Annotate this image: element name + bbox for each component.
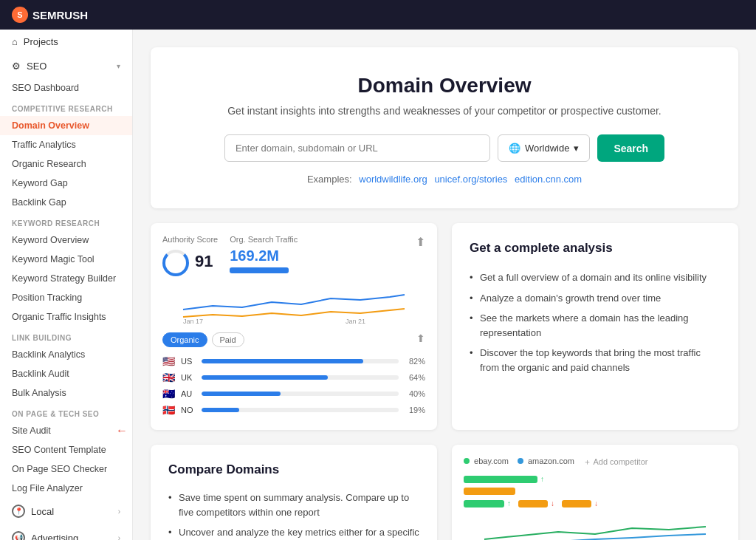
sidebar-item-advertising[interactable]: 📢 Advertising › [0,524,132,540]
arrow-down-icon-1: ↓ [551,499,554,507]
sidebar-item-keyword-strategy-builder[interactable]: Keyword Strategy Builder [0,269,132,288]
examples-label: Examples: [307,174,352,185]
domain-search-input[interactable] [224,134,490,162]
section-label-onpage: ON PAGE & TECH SEO [0,403,132,421]
upload-icon[interactable]: ⬆ [416,332,425,347]
amazon-legend: amazon.com [518,457,574,468]
svg-text:Jan 17: Jan 17 [183,318,203,325]
logo-icon: S [12,7,28,23]
red-arrow-icon: ← [116,424,128,437]
au-flag-icon: 🇦🇺 [162,388,175,400]
compare-title: Compare Domains [168,462,419,477]
uk-pct: 64% [405,373,425,382]
logo-text: SEMRUSH [32,9,88,21]
export-icon: ⬆ [416,236,425,248]
sidebar-item-domain-overview[interactable]: Domain Overview [0,116,132,135]
page-subtitle: Get instant insights into strengths and … [180,105,709,117]
example-link-3[interactable]: edition.cnn.com [515,174,582,185]
authority-score-label: Authority Score [162,235,218,244]
no-bar-track [202,408,399,412]
sidebar-item-backlink-gap[interactable]: Backlink Gap [0,193,132,212]
compare-card: Compare Domains Save time spent on summa… [151,445,437,540]
compare-bullet-2: Uncover and analyze the key metrics eith… [168,522,419,540]
chevron-down-icon: ▾ [117,62,120,70]
sidebar-item-seo-content-template[interactable]: SEO Content Template [0,440,132,459]
worldwide-button[interactable]: 🌐 Worldwide ▾ [498,134,590,162]
sidebar-item-organic-research[interactable]: Organic Research [0,154,132,174]
us-code: US [181,357,196,366]
sidebar-item-log-file-analyzer[interactable]: Log File Analyzer [0,479,132,498]
country-row-au: 🇦🇺 AU 40% [162,386,425,402]
globe-icon: 🌐 [509,143,520,154]
authority-score-value: 91 [195,252,213,271]
au-bar-track [202,392,399,396]
compare-list: Save time spent on summary analysis. Com… [168,488,419,540]
add-competitor-btn[interactable]: ＋ Add competitor [583,457,647,468]
example-link-2[interactable]: unicef.org/stories [434,174,507,185]
analysis-bullet-3: See the markets where a domain has the l… [470,308,721,343]
search-button[interactable]: Search [597,134,664,162]
local-label: Local [31,506,54,517]
country-row-us: 🇺🇸 US 82% [162,353,425,369]
no-code: NO [181,406,196,414]
country-row-uk: 🇬🇧 UK 64% [162,369,425,386]
comp-bar-1a [464,476,537,483]
sidebar-item-projects[interactable]: ⌂ Projects [0,30,132,54]
section-label-keyword: KEYWORD RESEARCH [0,212,132,230]
us-flag-icon: 🇺🇸 [162,355,175,367]
tab-organic[interactable]: Organic [162,332,207,347]
sidebar-item-seo[interactable]: ⚙ SEO ▾ [0,54,132,78]
sidebar-item-site-audit[interactable]: Site Audit ← [0,421,132,440]
sidebar-item-on-page-seo-checker[interactable]: On Page SEO Checker [0,459,132,479]
sidebar-item-bulk-analysis[interactable]: Bulk Analysis [0,383,132,403]
org-traffic-metric: Org. Search Traffic 169.2M [230,235,298,276]
mini-line-chart: Jan 17 Jan 21 [162,284,425,327]
page-title: Domain Overview [180,74,709,98]
comp-bar-2a [464,488,515,495]
tab-paid[interactable]: Paid [212,332,244,347]
arrow-up-icon-1: ↑ [540,475,544,483]
app-body: ⌂ Projects ⚙ SEO ▾ SEO Dashboard COMPETI… [0,30,756,540]
us-bar-track [202,359,399,363]
chevron-right-icon: › [118,507,120,516]
sidebar-item-backlink-analytics[interactable]: Backlink Analytics [0,345,132,364]
compare-bullet-1: Save time spent on summary analysis. Com… [168,488,419,522]
example-link-1[interactable]: worldwildlife.org [359,174,427,185]
sidebar-item-traffic-analytics[interactable]: Traffic Analytics [0,135,132,154]
comp-bars: ↑ ↑ ↓ ↓ [464,475,726,507]
chart-header: Authority Score 91 Org. Search Traffic 1… [162,235,425,276]
sidebar-item-local[interactable]: 📍 Local › [0,498,132,524]
plus-icon: ＋ [583,457,591,466]
sidebar-item-keyword-overview[interactable]: Keyword Overview [0,230,132,250]
country-rows: 🇺🇸 US 82% 🇬🇧 UK 64% [162,353,425,418]
us-bar-fill [202,359,363,363]
sidebar-item-seo-dashboard[interactable]: SEO Dashboard [0,78,132,98]
sidebar-item-organic-traffic-insights[interactable]: Organic Traffic Insights [0,307,132,327]
logo: S SEMRUSH [12,7,88,23]
amazon-dot [518,458,523,464]
comp-bar-row-2 [464,488,726,495]
export-icon-wrapper[interactable]: ⬆ [416,235,425,276]
comp-bar-3c [562,500,591,507]
two-col-section-1: Authority Score 91 Org. Search Traffic 1… [151,223,738,430]
comp-legend: ebay.com amazon.com ＋ Add competitor [464,457,726,468]
analysis-title: Get a complete analysis [470,241,721,256]
country-row-no: 🇳🇴 NO 19% [162,402,425,418]
svg-text:Jan 21: Jan 21 [346,318,365,325]
chart-preview-card: Authority Score 91 Org. Search Traffic 1… [151,223,437,430]
org-traffic-label: Org. Search Traffic [230,235,298,244]
analysis-list: Get a full overview of a domain and its … [470,267,721,377]
uk-bar-track [202,375,399,380]
comp-bar-row-3: ↑ ↓ ↓ [464,499,726,507]
analysis-bullet-4: Discover the top keywords that bring the… [470,343,721,377]
main-content: Domain Overview Get instant insights int… [133,30,756,540]
two-col-section-2: Compare Domains Save time spent on summa… [151,445,738,540]
sidebar-item-position-tracking[interactable]: Position Tracking [0,288,132,307]
advertising-label: Advertising [31,533,78,541]
sidebar-item-backlink-audit[interactable]: Backlink Audit [0,364,132,383]
ebay-legend: ebay.com [464,457,509,468]
arrow-up-icon-2: ↑ [507,499,511,507]
us-pct: 82% [405,357,425,366]
sidebar-item-keyword-gap[interactable]: Keyword Gap [0,174,132,193]
sidebar-item-keyword-magic-tool[interactable]: Keyword Magic Tool [0,250,132,269]
